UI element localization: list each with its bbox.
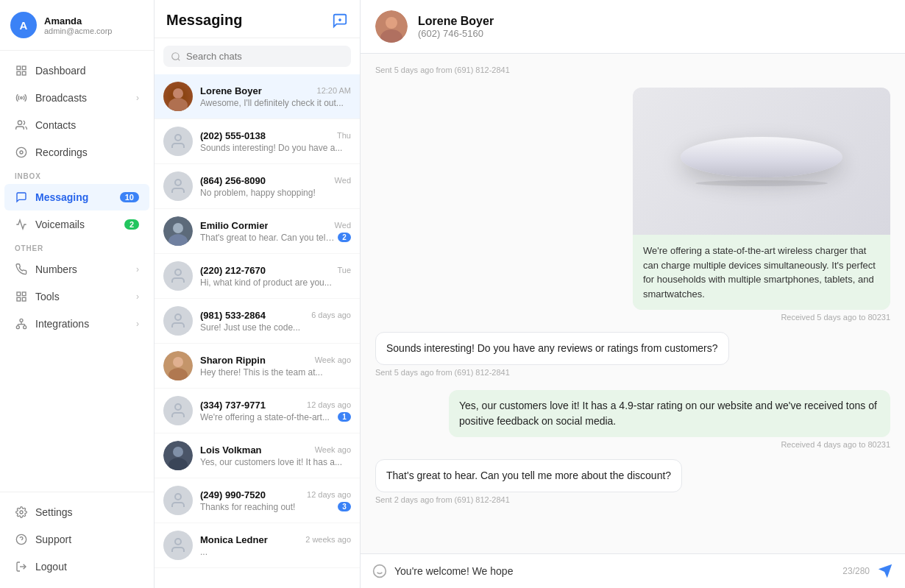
chat-time: Wed [335,176,351,185]
sidebar-header: A Amanda admin@acme.corp [0,0,154,51]
chat-item[interactable]: (220) 212-7670 Tue Hi, what kind of prod… [155,254,360,299]
sidebar-item-label: Messaging [35,191,88,203]
chat-name: Lorene Boyer [200,85,262,96]
chat-item[interactable]: Sharon Rippin Week ago Hey there! This i… [155,344,360,389]
numbers-icon [15,263,28,276]
contact-phone: (602) 746-5160 [418,28,890,39]
sidebar-item-dashboard[interactable]: Dashboard [4,57,149,84]
send-button[interactable] [877,563,893,579]
sidebar-footer: Settings Support Logout [0,492,154,588]
sidebar: A Amanda admin@acme.corp Dashboard Broad… [0,0,155,588]
svg-point-26 [172,52,179,59]
sidebar-item-logout[interactable]: Logout [4,553,149,580]
chat-preview: Thanks for reaching out! [200,502,335,512]
sidebar-item-label: Voicemails [35,219,85,230]
svg-point-5 [18,121,21,124]
messaging-badge: 10 [120,192,139,202]
chevron-right-icon: › [136,264,139,274]
search-input[interactable] [186,51,344,62]
user-avatar: A [10,12,37,38]
avatar [163,261,193,291]
chat-item[interactable]: Lorene Boyer 12:20 AM Awesome, I'll defi… [155,74,360,119]
emoji-icon[interactable] [372,564,387,578]
message-input[interactable] [394,565,835,577]
chevron-right-icon: › [136,291,139,302]
unread-badge: 1 [338,412,351,422]
sidebar-item-label: Contacts [35,119,76,131]
sidebar-item-label: Tools [35,291,60,302]
product-oval [681,137,842,177]
chat-info: Lorene Boyer 12:20 AM Awesome, I'll defi… [200,85,351,108]
dashboard-icon [15,64,28,77]
user-email: admin@acme.corp [44,26,112,35]
chevron-right-icon: › [136,319,139,329]
support-icon [15,533,28,546]
sidebar-item-voicemails[interactable]: Voicemails 2 [4,211,149,238]
chat-time: Tue [337,266,351,274]
svg-point-12 [20,319,23,322]
chat-item[interactable]: Emilio Cormier Wed That's great to hear.… [155,209,360,254]
chat-preview: ... [200,547,351,557]
user-name: Amanda [44,15,112,26]
svg-rect-11 [17,297,21,301]
new-chat-icon[interactable] [332,13,348,29]
product-shadow [695,180,828,186]
chat-item[interactable]: (249) 990-7520 12 days ago Thanks for re… [155,478,360,523]
sidebar-item-tools[interactable]: Tools › [4,283,149,310]
svg-rect-2 [22,71,26,75]
sidebar-item-numbers[interactable]: Numbers › [4,256,149,283]
chat-item[interactable]: Lois Volkman Week ago Yes, our customers… [155,433,360,478]
char-count: 23/280 [842,566,870,576]
svg-point-7 [20,151,23,154]
sidebar-item-broadcasts[interactable]: Broadcasts › [4,85,149,111]
chat-time: 12:20 AM [317,86,351,95]
message-received-meta: Received 5 days ago to 80231 [781,313,890,322]
messaging-icon [15,191,28,204]
broadcasts-icon [15,91,28,105]
chat-time: Week ago [315,445,351,454]
avatar [163,171,193,201]
svg-point-17 [24,326,26,329]
avatar [163,531,193,560]
sidebar-item-messaging[interactable]: Messaging 10 [4,184,149,210]
chat-item[interactable]: (334) 737-9771 12 days ago We're offerin… [155,389,360,433]
sidebar-item-label: Dashboard [35,65,86,77]
chat-item[interactable]: (864) 256-8090 Wed No problem, happy sho… [155,164,360,209]
chat-item[interactable]: (981) 533-2864 6 days ago Sure! Just use… [155,299,360,344]
svg-rect-8 [17,292,21,296]
avatar [163,351,193,380]
contact-info: Lorene Boyer (602) 746-5160 [418,15,890,39]
chat-list-header: Messaging [155,0,360,38]
message-sent-meta: Sent 5 days ago from (691) 812-2841 [375,368,510,377]
svg-point-31 [175,180,181,185]
contact-avatar [375,10,408,43]
chat-item[interactable]: (202) 555-0138 Thu Sounds interesting! D… [155,119,360,164]
unread-badge: 2 [338,233,351,242]
sidebar-item-label: Integrations [35,318,89,330]
sidebar-item-settings[interactable]: Settings [4,499,149,525]
message-row: That's great to hear. Can you tell me mo… [375,459,890,507]
sidebar-item-label: Numbers [35,263,77,275]
chat-preview: Awesome, I'll definitely check it out... [200,98,351,108]
message-row: We're offering a state-of-the-art wirele… [375,88,890,322]
svg-rect-10 [22,297,26,301]
avatar [163,216,193,246]
chat-time: 12 days ago [307,490,351,499]
avatar [163,306,193,336]
chat-time: Thu [337,131,351,140]
voicemails-icon [15,218,28,231]
chat-time: 2 weeks ago [305,535,351,544]
chat-name: (249) 990-7520 [200,489,266,500]
search-box [155,38,360,74]
svg-point-30 [175,135,181,141]
recordings-icon [15,146,28,159]
sidebar-item-contacts[interactable]: Contacts [4,112,149,138]
sidebar-item-recordings[interactable]: Recordings [4,139,149,166]
sidebar-item-integrations[interactable]: Integrations › [4,311,149,337]
svg-point-20 [20,511,23,514]
chat-time: Week ago [315,355,351,364]
product-image [633,88,890,235]
sidebar-nav: Dashboard Broadcasts › Contacts Recordin… [0,51,154,492]
sidebar-item-support[interactable]: Support [4,526,149,553]
chat-item[interactable]: Monica Ledner 2 weeks ago ... [155,523,360,568]
